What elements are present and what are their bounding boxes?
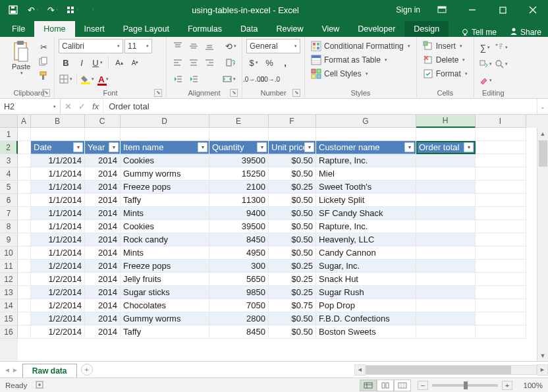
cell[interactable]: 2014 <box>85 220 121 233</box>
cell[interactable]: $0.50 <box>269 246 316 260</box>
cell[interactable]: 8450 <box>209 233 269 246</box>
cell[interactable]: 2014 <box>85 154 121 167</box>
cell[interactable]: 2014 <box>85 299 121 312</box>
sheet-nav-next-icon[interactable]: ► <box>12 366 18 374</box>
cell[interactable] <box>476 167 526 181</box>
cell[interactable]: 2014 <box>85 325 121 339</box>
row-header[interactable]: 7 <box>0 207 18 220</box>
comma-format-icon[interactable]: , <box>278 55 292 70</box>
row-header[interactable]: 6 <box>0 194 18 207</box>
row-header[interactable]: 5 <box>0 181 18 194</box>
cell[interactable]: Gummy worms <box>121 167 209 181</box>
column-header[interactable]: G <box>316 115 416 128</box>
cell[interactable] <box>18 286 31 299</box>
row-header[interactable]: 11 <box>0 260 18 273</box>
column-header[interactable]: A <box>18 115 31 128</box>
cell[interactable]: Freeze pops <box>121 260 209 273</box>
cell[interactable]: Cookies <box>121 154 209 167</box>
row-header[interactable]: 13 <box>0 286 18 299</box>
cell[interactable] <box>416 128 476 141</box>
cell[interactable] <box>416 299 476 312</box>
cell[interactable]: 1/1/2014 <box>31 246 85 260</box>
table-header[interactable]: Order total▾ <box>416 141 476 154</box>
cell[interactable] <box>416 167 476 181</box>
cell[interactable]: Chocolates <box>121 299 209 312</box>
column-header[interactable]: H <box>416 115 476 128</box>
column-header[interactable]: B <box>31 115 85 128</box>
filter-dropdown-icon[interactable]: ▾ <box>304 142 314 152</box>
cell[interactable] <box>476 194 526 207</box>
borders-icon[interactable]: ▾ <box>59 72 73 86</box>
copy-icon[interactable] <box>37 55 50 68</box>
cell[interactable]: Boston Sweets <box>316 325 416 339</box>
cell[interactable] <box>416 233 476 246</box>
cell[interactable]: Taffy <box>121 325 209 339</box>
select-all-corner[interactable] <box>0 115 18 128</box>
cell[interactable] <box>476 220 526 233</box>
cell[interactable]: Pop Drop <box>316 299 416 312</box>
scroll-thumb[interactable] <box>539 140 547 167</box>
cell[interactable]: $0.50 <box>269 233 316 246</box>
column-header[interactable]: C <box>85 115 121 128</box>
zoom-slider[interactable] <box>432 384 498 387</box>
cell[interactable]: 9400 <box>209 207 269 220</box>
new-sheet-icon[interactable]: + <box>81 364 93 376</box>
row-header[interactable]: 14 <box>0 299 18 312</box>
cell[interactable] <box>18 233 31 246</box>
cell[interactable] <box>416 325 476 339</box>
cell[interactable]: Sugar Rush <box>316 286 416 299</box>
dialog-launcher-icon[interactable]: ⬊ <box>230 89 238 97</box>
cell[interactable]: $0.50 <box>269 154 316 167</box>
touch-mode-icon[interactable]: ▾ <box>63 2 82 18</box>
cell[interactable] <box>269 128 316 141</box>
cell[interactable] <box>416 207 476 220</box>
filter-dropdown-icon[interactable]: ▾ <box>109 142 119 152</box>
tab-developer[interactable]: Developer <box>348 21 404 37</box>
cell[interactable] <box>476 207 526 220</box>
tell-me[interactable]: Tell me <box>454 28 503 37</box>
decrease-decimal-icon[interactable]: .00→.0 <box>262 72 277 86</box>
underline-button[interactable]: U▾ <box>90 55 105 70</box>
cell[interactable]: Sugar sticks <box>121 286 209 299</box>
page-break-view-icon[interactable] <box>394 379 411 391</box>
cell[interactable] <box>416 273 476 286</box>
cell[interactable]: $0.50 <box>269 167 316 181</box>
table-header[interactable]: Unit price▾ <box>269 141 316 154</box>
row-header[interactable]: 3 <box>0 154 18 167</box>
cell[interactable] <box>18 154 31 167</box>
cell[interactable] <box>476 299 526 312</box>
align-middle-icon[interactable] <box>186 39 201 53</box>
dialog-launcher-icon[interactable]: ⬊ <box>292 89 300 97</box>
cell[interactable]: $0.25 <box>269 273 316 286</box>
cell[interactable]: 2014 <box>85 181 121 194</box>
cancel-formula-icon[interactable]: ✕ <box>65 101 72 111</box>
cell[interactable] <box>476 286 526 299</box>
tab-design[interactable]: Design <box>404 21 449 37</box>
cell[interactable] <box>18 325 31 339</box>
tab-file[interactable]: File <box>3 21 34 37</box>
cell[interactable]: Mints <box>121 246 209 260</box>
cell[interactable] <box>18 260 31 273</box>
close-icon[interactable] <box>518 0 548 20</box>
vertical-scrollbar[interactable]: ▲ ▼ <box>537 128 548 361</box>
cell[interactable] <box>476 141 526 154</box>
macro-record-icon[interactable] <box>35 380 44 391</box>
sheet-nav-prev-icon[interactable]: ◄ <box>4 366 11 374</box>
scroll-up-icon[interactable]: ▲ <box>537 128 548 139</box>
cell[interactable] <box>416 260 476 273</box>
cell[interactable]: 5650 <box>209 273 269 286</box>
decrease-font-icon[interactable]: A▾ <box>128 55 142 70</box>
cell[interactable] <box>18 167 31 181</box>
sheet-tab[interactable]: Raw data <box>22 364 77 378</box>
horizontal-scrollbar[interactable]: ◄ ► <box>354 362 548 378</box>
cell[interactable]: $0.50 <box>269 194 316 207</box>
cell[interactable] <box>416 194 476 207</box>
cell[interactable] <box>18 246 31 260</box>
increase-indent-icon[interactable] <box>186 72 201 86</box>
row-header[interactable]: 8 <box>0 220 18 233</box>
cell[interactable]: $0.75 <box>269 299 316 312</box>
cell[interactable]: Jelly fruits <box>121 273 209 286</box>
cell[interactable] <box>476 233 526 246</box>
cell[interactable]: Heavenly, LLC <box>316 233 416 246</box>
increase-font-icon[interactable]: A▴ <box>112 55 126 70</box>
